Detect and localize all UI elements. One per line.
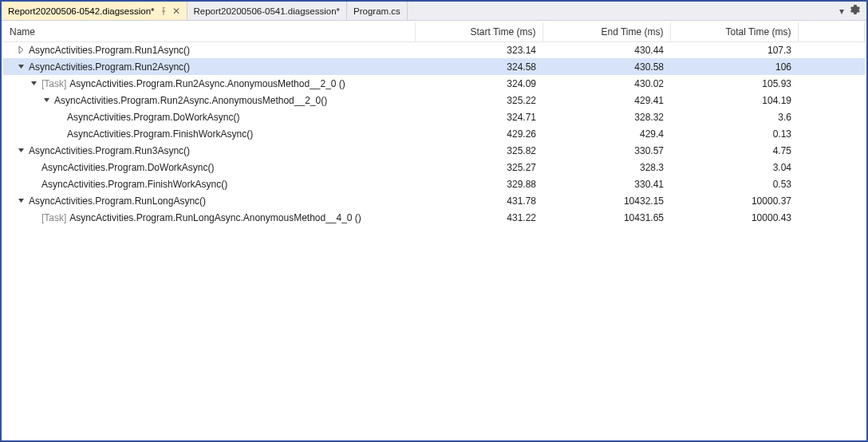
tab-0[interactable]: Report20200506-0542.diagsession*✕ [2,2,187,20]
cell-extra [798,176,865,192]
row-name-text: AsyncActivities.Program.RunLongAsync.Ano… [69,212,361,223]
cell-start: 324.71 [415,109,542,125]
chevron-down-icon[interactable] [16,196,26,206]
task-tag: [Task] [41,212,66,223]
table-row[interactable]: AsyncActivities.Program.Run2Async.Anonym… [3,92,865,109]
table-row[interactable]: AsyncActivities.Program.Run1Async()323.1… [3,41,865,58]
tab-bar: Report20200506-0542.diagsession*✕Report2… [2,2,866,21]
cell-extra [798,41,865,58]
cell-extra [798,75,865,92]
cell-extra [798,92,865,109]
table-row[interactable]: [Task]AsyncActivities.Program.Run2Async.… [3,75,865,92]
cell-extra [798,109,865,125]
table-body: AsyncActivities.Program.Run1Async()323.1… [3,41,865,226]
col-header-total[interactable]: Total Time (ms) [670,22,798,41]
tab-1[interactable]: Report20200506-0541.diagsession* [187,2,348,20]
table-row[interactable]: AsyncActivities.Program.RunLongAsync()43… [3,192,865,209]
chevron-right-icon[interactable] [16,45,26,55]
row-name-text: AsyncActivities.Program.Run2Async.Anonym… [54,95,327,106]
cell-total: 105.93 [670,75,798,92]
col-header-start[interactable]: Start Time (ms) [415,22,542,41]
row-name-text: AsyncActivities.Program.FinishWorkAsync(… [41,179,227,190]
cell-end: 330.57 [542,142,670,159]
report-content: Name Start Time (ms) End Time (ms) Total… [2,21,866,440]
tab-2[interactable]: Program.cs [347,2,408,20]
cell-extra [798,209,865,226]
row-name-text: AsyncActivities.Program.Run1Async() [29,45,190,56]
cell-total: 0.13 [670,125,798,142]
cell-start: 431.78 [415,192,542,209]
table-row[interactable]: AsyncActivities.Program.FinishWorkAsync(… [3,176,865,192]
gear-icon[interactable] [850,5,860,17]
cell-total: 104.19 [670,92,798,109]
cell-total: 107.3 [670,41,798,58]
cell-name: [Task]AsyncActivities.Program.RunLongAsy… [3,209,415,226]
tab-label: Program.cs [353,6,400,16]
cell-extra [798,58,865,75]
chevron-down-icon[interactable] [29,79,38,89]
chevron-down-icon[interactable] [41,96,51,105]
table-row[interactable]: [Task]AsyncActivities.Program.RunLongAsy… [3,209,865,226]
cell-total: 4.75 [670,142,798,159]
cell-start: 324.09 [415,75,542,92]
cell-start: 323.14 [415,41,542,58]
dropdown-icon[interactable]: ▾ [839,6,844,17]
row-name-text: AsyncActivities.Program.Run2Async.Anonym… [69,78,345,89]
table-row[interactable]: AsyncActivities.Program.DoWorkAsync()324… [3,109,865,125]
cell-name: AsyncActivities.Program.FinishWorkAsync(… [3,125,415,142]
row-name-text: AsyncActivities.Program.RunLongAsync() [29,195,206,207]
cell-end: 430.02 [542,75,670,92]
row-name-text: AsyncActivities.Program.DoWorkAsync() [41,162,215,173]
expander-placeholder [54,112,64,122]
col-header-name[interactable]: Name [3,22,415,41]
cell-extra [798,192,865,209]
table-header-row: Name Start Time (ms) End Time (ms) Total… [3,22,865,41]
expander-placeholder [29,163,38,172]
cell-start: 325.27 [415,159,542,176]
expander-placeholder [54,129,64,139]
cell-name: AsyncActivities.Program.Run2Async() [3,58,415,75]
cell-total: 10000.37 [670,192,798,209]
table-row[interactable]: AsyncActivities.Program.DoWorkAsync()325… [3,159,865,176]
tab-bar-actions: ▾ [839,5,866,17]
cell-end: 430.58 [542,58,670,75]
tab-label: Report20200506-0542.diagsession* [8,6,155,16]
cell-end: 10432.15 [542,192,670,209]
cell-end: 330.41 [542,176,670,192]
row-name-text: AsyncActivities.Program.Run3Async() [29,145,190,156]
cell-start: 329.88 [415,176,542,192]
cell-name: AsyncActivities.Program.DoWorkAsync() [3,109,415,125]
cell-end: 429.4 [542,125,670,142]
cell-name: AsyncActivities.Program.RunLongAsync() [3,192,415,209]
cell-total: 10000.43 [670,209,798,226]
table-row[interactable]: AsyncActivities.Program.Run3Async()325.8… [3,142,865,159]
row-name-text: AsyncActivities.Program.FinishWorkAsync(… [67,128,253,140]
tab-label: Report20200506-0541.diagsession* [194,6,341,16]
cell-name: AsyncActivities.Program.Run3Async() [3,142,415,159]
profiler-tree-table: Name Start Time (ms) End Time (ms) Total… [3,22,865,226]
col-header-end[interactable]: End Time (ms) [542,22,670,41]
cell-end: 429.41 [542,92,670,109]
cell-start: 429.26 [415,125,542,142]
col-header-extra [798,22,865,41]
cell-extra [798,159,865,176]
chevron-down-icon[interactable] [16,146,26,156]
cell-name: AsyncActivities.Program.DoWorkAsync() [3,159,415,176]
row-name-text: AsyncActivities.Program.DoWorkAsync() [67,112,240,123]
chevron-down-icon[interactable] [16,62,26,72]
cell-start: 325.22 [415,92,542,109]
table-row[interactable]: AsyncActivities.Program.FinishWorkAsync(… [3,125,865,142]
cell-total: 3.6 [670,109,798,125]
cell-total: 0.53 [670,176,798,192]
cell-name: [Task]AsyncActivities.Program.Run2Async.… [3,75,415,92]
cell-name: AsyncActivities.Program.Run2Async.Anonym… [3,92,415,109]
cell-end: 328.3 [542,159,670,176]
pin-icon[interactable] [160,7,168,15]
expander-placeholder [29,180,38,189]
cell-total: 106 [670,58,798,75]
close-icon[interactable]: ✕ [172,6,180,17]
expander-placeholder [29,213,38,223]
cell-start: 431.22 [415,209,542,226]
cell-end: 328.32 [542,109,670,125]
table-row[interactable]: AsyncActivities.Program.Run2Async()324.5… [3,58,865,75]
